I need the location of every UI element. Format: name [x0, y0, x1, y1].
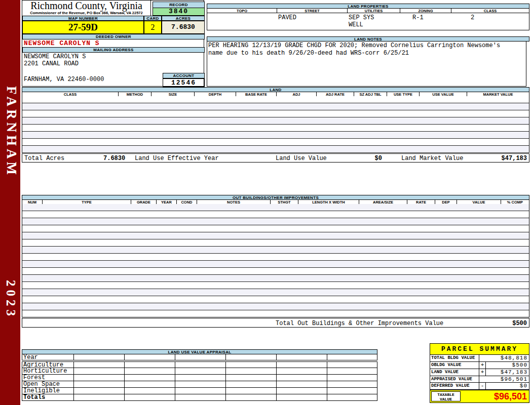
out-buildings-total-value: $500: [512, 320, 527, 327]
summary-row: DEFERRED VALUE - $0: [430, 383, 529, 390]
column-header: SIZE: [151, 92, 195, 96]
appraisal-cell: [175, 394, 226, 400]
appraisal-cell: [327, 362, 377, 368]
column-header: GRADE: [131, 200, 157, 204]
sidebar: FARNHAM 2023: [0, 0, 20, 405]
column-header: ADJ: [277, 92, 317, 96]
column-header: DEP: [435, 200, 457, 204]
column-header: USE TYPE: [387, 92, 420, 96]
table-row: Totals: [22, 394, 377, 401]
column-header: MARKET VALUE: [467, 92, 529, 96]
table-row: Ineligible: [22, 388, 377, 394]
table-row: Year: [22, 354, 377, 360]
appraisal-cell: [74, 362, 125, 368]
column-header: UTILITIES: [348, 9, 400, 13]
appraisal-cell: [226, 381, 277, 387]
column-header: NUM: [22, 200, 43, 204]
land-notes-section: LAND NOTES PER HEARING 12/13/19 GRADE CH…: [207, 36, 529, 87]
appraisal-cell: [125, 368, 175, 374]
appraisal-cell: [327, 354, 377, 360]
appraisal-cell: [74, 388, 125, 394]
appraisal-cell: [175, 362, 226, 368]
table-row: Horticulture: [22, 368, 377, 375]
summary-operator: +: [479, 369, 486, 376]
effective-year-label: Land Use Effective Year: [135, 155, 219, 162]
column-header: DEPTH: [195, 92, 236, 96]
column-header: YEAR: [157, 200, 177, 204]
district-label: FARNHAM: [4, 86, 19, 178]
out-buildings-section: OUT BUILDINGS/OTHER IMPROVEMENTS NUM TYP…: [22, 195, 529, 328]
column-header: METHOD: [119, 92, 151, 96]
card-value: 2: [144, 21, 162, 34]
summary-value: $47,183: [486, 369, 529, 376]
summary-row: OBLDG VALUE + $500: [430, 362, 529, 369]
land-header-row: CLASS METHOD SIZE DEPTH BASE RATE ADJ AD…: [22, 92, 529, 97]
appraisal-cell: [125, 388, 175, 394]
column-header: USE VALUE: [420, 92, 467, 96]
summary-value: $0: [486, 383, 529, 389]
map-number-value: 27-59D: [22, 21, 144, 34]
appraisal-cell: [226, 394, 277, 400]
appraisal-cell: [74, 368, 125, 374]
table-row: Agriculture: [22, 361, 377, 368]
total-acres-value: 7.6830: [103, 155, 125, 162]
appraisal-cell: [277, 368, 327, 374]
appraisal-cell: [226, 368, 277, 374]
map-number-label: MAP NUMBER: [22, 16, 144, 21]
appraisal-cell: [226, 375, 277, 381]
land-totals-row: Total Acres 7.6830 Land Use Effective Ye…: [22, 153, 529, 163]
acres-label: ACRES: [162, 16, 205, 21]
appraisal-cell: [277, 354, 327, 360]
land-use-value-label: Land Use Value: [276, 155, 327, 162]
land-properties-values: PAVED SEP SYS WELL R-1 2: [207, 13, 529, 30]
table-row: Forest: [22, 375, 377, 381]
acres-value: 7.6830: [162, 21, 205, 34]
taxable-value-label: TAXABLE VALUE: [431, 391, 461, 401]
appraisal-cell: [175, 388, 226, 394]
appraisal-cell: [327, 368, 377, 374]
appraisal-cell: [327, 375, 377, 381]
tax-year-label: 2023: [4, 280, 18, 319]
county-title-box: Richmond County, Virginia Commissioner o…: [22, 1, 151, 16]
summary-row: TOTAL BLDG VALUE $48,818: [430, 355, 529, 362]
appraisal-cell: [327, 394, 377, 400]
appraisal-cell: [277, 388, 327, 394]
column-header: STHGT: [271, 200, 298, 204]
taxable-value-row: TAXABLE VALUE $96,501: [430, 390, 529, 402]
appraisal-cell: [175, 368, 226, 374]
county-title: Richmond County, Virginia: [22, 1, 150, 11]
header-block: Richmond County, Virginia Commissioner o…: [22, 0, 204, 87]
appraisal-cell: [277, 375, 327, 381]
column-header: CLASS: [22, 92, 119, 96]
summary-value: $96,501: [486, 376, 529, 382]
land-table-body: [22, 96, 529, 153]
deeded-owner-label: DEEDED OWNER: [22, 34, 205, 39]
mailing-address-block: NEWSOME CAROLYN S 2201 CANAL ROAD FARNHA…: [22, 53, 162, 87]
land-use-value: $0: [357, 155, 382, 162]
column-header: LENGTH X WIDTH: [298, 200, 359, 204]
appraisal-cell: [175, 354, 226, 360]
table-row: Open Space: [22, 381, 377, 388]
appraisal-cell: [74, 375, 125, 381]
utilities-value: SEP SYS: [349, 14, 374, 21]
appraisal-cell: [277, 362, 327, 368]
column-header: CLASS: [451, 9, 529, 13]
summary-label: LAND VALUE: [430, 369, 479, 376]
summary-operator: -: [479, 383, 486, 389]
row-label: Horticulture: [22, 368, 74, 374]
land-use-appraisal-section: LAND USE VALUE APPRAISAL Year Agricultur…: [22, 349, 377, 401]
summary-label: APPRAISED VALUE: [430, 376, 479, 382]
appraisal-cell: [125, 381, 175, 387]
parcel-summary: PARCEL SUMMARY TOTAL BLDG VALUE $48,818 …: [430, 343, 529, 403]
column-header: TYPE: [43, 200, 131, 204]
out-buildings-total-row: Total Out Buildings & Other Improvements…: [22, 318, 529, 328]
column-header: % COMP: [501, 200, 529, 204]
land-market-value: $47,183: [502, 155, 527, 162]
column-header: RATE: [407, 200, 435, 204]
appraisal-cell: [277, 394, 327, 400]
column-header: NOTES: [197, 200, 271, 204]
summary-operator: [479, 355, 486, 361]
row-label: Forest: [22, 375, 74, 381]
column-header: ZONING: [400, 9, 451, 13]
account-label: ACCOUNT: [163, 73, 205, 78]
